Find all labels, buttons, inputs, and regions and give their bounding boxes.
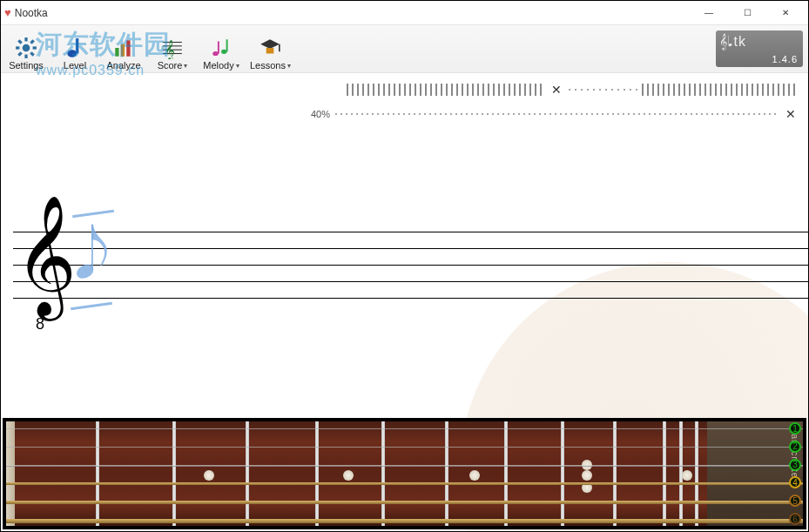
treble-clef: 𝄞	[15, 204, 77, 308]
slider-end-icon: ✕	[785, 107, 796, 121]
fret-marker	[469, 470, 480, 481]
melody-label: Melody	[203, 60, 233, 71]
fret	[172, 421, 176, 526]
version-badge: 𝄞𝅘𝅥 tk 1.4.6	[716, 30, 803, 67]
analyze-button[interactable]: Analyze	[104, 29, 144, 71]
fret	[246, 421, 249, 526]
title-bar: ♥ Nootka — ☐ ✕	[1, 1, 808, 25]
fret	[561, 421, 564, 526]
svg-rect-10	[76, 38, 78, 53]
svg-line-7	[18, 52, 21, 55]
fret-marker	[343, 470, 354, 481]
fret	[315, 421, 319, 526]
fret	[613, 421, 617, 526]
note-icon	[63, 36, 87, 60]
svg-line-6	[30, 52, 33, 55]
svg-rect-13	[126, 40, 130, 56]
treble-clef-icon: 𝄞𝅘𝅥 tk	[719, 34, 746, 50]
svg-marker-23	[261, 39, 280, 49]
slider-marker-icon: ✕	[551, 83, 562, 97]
svg-line-5	[18, 40, 21, 43]
string-number[interactable]: 3	[789, 459, 801, 471]
slider-area: ✕ 40% ✕	[1, 73, 808, 127]
version-text: 1.4.6	[772, 54, 798, 64]
staff	[13, 232, 808, 301]
svg-rect-20	[218, 41, 219, 53]
guitar-string[interactable]	[6, 447, 803, 448]
note-cursor-bottom	[71, 302, 112, 311]
svg-rect-22	[226, 39, 228, 51]
string-number[interactable]: 2	[789, 441, 801, 453]
fret	[504, 421, 508, 526]
chevron-down-icon: ▾	[287, 62, 291, 70]
guitar-string[interactable]	[6, 519, 803, 523]
string-number[interactable]: 6	[789, 513, 801, 525]
chevron-down-icon: ▾	[184, 62, 187, 70]
melody-icon	[209, 36, 233, 60]
app-icon: ♥	[4, 6, 11, 19]
svg-point-0	[23, 44, 30, 52]
fret	[695, 421, 698, 526]
string-number[interactable]: 1	[789, 422, 801, 434]
fretboard[interactable]: handcrafted 123456	[3, 418, 806, 529]
settings-label: Settings	[9, 60, 44, 71]
lessons-button[interactable]: Lessons▾	[250, 29, 291, 71]
score-label: Score	[158, 60, 183, 71]
guitar-string[interactable]	[6, 465, 803, 467]
svg-point-19	[212, 51, 219, 56]
svg-rect-12	[121, 44, 125, 57]
maximize-button[interactable]: ☐	[728, 1, 766, 25]
melody-button[interactable]: Melody▾	[201, 29, 241, 71]
headstock-text: handcrafted	[790, 428, 799, 484]
gear-icon	[14, 36, 38, 60]
graduation-icon	[258, 36, 282, 60]
pitch-slider[interactable]: ✕	[347, 82, 798, 98]
guitar-string[interactable]	[6, 482, 803, 485]
guitar-headstock: handcrafted	[707, 421, 803, 526]
guitar-string[interactable]	[6, 501, 803, 504]
svg-point-21	[221, 50, 227, 54]
chart-icon	[111, 36, 136, 60]
svg-text:𝄞: 𝄞	[165, 40, 175, 59]
fret-marker	[582, 470, 592, 481]
svg-rect-24	[266, 48, 274, 54]
score-area[interactable]: 𝄞 8 𝅘𝅥𝅮	[1, 197, 808, 371]
score-button[interactable]: 𝄞 Score▾	[152, 29, 192, 71]
clef-octave: 8	[36, 315, 44, 333]
volume-slider[interactable]: 40% ✕	[307, 106, 798, 122]
minimize-button[interactable]: —	[690, 1, 728, 25]
close-button[interactable]: ✕	[766, 1, 805, 25]
svg-rect-11	[115, 48, 118, 57]
chevron-down-icon: ▾	[236, 62, 239, 70]
svg-line-8	[30, 40, 33, 43]
analyze-label: Analyze	[106, 60, 140, 71]
fret	[445, 421, 448, 526]
fret-marker	[682, 470, 692, 481]
volume-value: 40%	[307, 109, 330, 119]
fret	[381, 421, 385, 526]
window-controls: — ☐ ✕	[690, 1, 805, 25]
toolbar: Settings Level Analyze 𝄞 Score▾ Melody▾ …	[1, 25, 808, 73]
window-title: Nootka	[15, 7, 690, 19]
lessons-label: Lessons	[250, 60, 286, 71]
guitar-string[interactable]	[6, 428, 803, 429]
svg-point-9	[67, 50, 77, 57]
settings-button[interactable]: Settings	[6, 29, 46, 71]
level-button[interactable]: Level	[55, 29, 95, 71]
guitar-nut	[6, 421, 15, 526]
level-label: Level	[64, 60, 86, 71]
fret-marker	[204, 470, 214, 481]
fret	[663, 421, 666, 526]
score-icon: 𝄞	[160, 36, 185, 60]
fret	[96, 421, 99, 526]
note-cursor-top	[72, 210, 114, 219]
